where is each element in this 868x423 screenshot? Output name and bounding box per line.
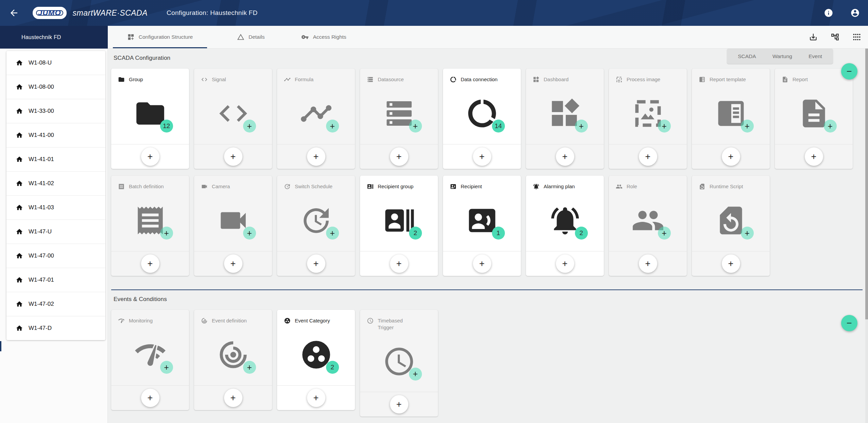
card-monitoring[interactable]: Monitoring++ bbox=[111, 310, 189, 410]
card-signal[interactable]: Signal++ bbox=[194, 69, 272, 169]
add-badge[interactable]: + bbox=[243, 120, 256, 133]
card-formula[interactable]: Formula++ bbox=[277, 69, 355, 169]
add-button[interactable]: + bbox=[307, 254, 325, 273]
download-icon[interactable] bbox=[809, 33, 818, 41]
view-option-wartung[interactable]: Wartung bbox=[770, 53, 794, 59]
sidebar-item-w1-47-00[interactable]: W1-47-00 bbox=[6, 244, 105, 268]
add-badge[interactable]: + bbox=[824, 120, 837, 133]
add-button[interactable]: + bbox=[556, 254, 574, 273]
sidebar-item-w1-41-02[interactable]: W1-41-02 bbox=[6, 172, 105, 196]
sidebar-item-w1-08-u[interactable]: W1-08-U bbox=[6, 51, 105, 75]
apps-grid-icon[interactable] bbox=[852, 33, 861, 41]
card-header: Group bbox=[111, 69, 189, 83]
add-button[interactable]: + bbox=[722, 254, 740, 273]
sidebar-item-w1-41-03[interactable]: W1-41-03 bbox=[6, 196, 105, 220]
card-batch-definition[interactable]: Batch definition++ bbox=[111, 176, 189, 276]
add-button[interactable]: + bbox=[307, 147, 325, 166]
add-badge[interactable]: + bbox=[658, 227, 671, 240]
add-button[interactable]: + bbox=[390, 395, 408, 413]
sidebar-item-w1-08-00[interactable]: W1-08-00 bbox=[6, 75, 105, 99]
tab-configuration-structure[interactable]: Configuration Structure bbox=[113, 26, 207, 48]
add-badge[interactable]: + bbox=[160, 227, 173, 240]
tab-access-rights[interactable]: Access Rights bbox=[291, 26, 356, 48]
card-timebased-trigger[interactable]: Timebased Trigger++ bbox=[360, 310, 438, 417]
add-badge[interactable]: + bbox=[575, 120, 588, 133]
back-arrow-icon[interactable] bbox=[9, 8, 19, 18]
add-button[interactable]: + bbox=[307, 389, 325, 407]
view-option-scada[interactable]: SCADA bbox=[736, 53, 758, 59]
add-button[interactable]: + bbox=[141, 389, 159, 407]
sidebar-item-w1-47-02[interactable]: W1-47-02 bbox=[6, 292, 105, 316]
add-badge[interactable]: + bbox=[741, 227, 754, 240]
role-icon bbox=[616, 183, 623, 190]
add-button[interactable]: + bbox=[224, 147, 242, 166]
view-option-event[interactable]: Event bbox=[806, 53, 824, 59]
add-badge[interactable]: + bbox=[326, 227, 339, 240]
card-datasource[interactable]: Datasource++ bbox=[360, 69, 438, 169]
card-footer: + bbox=[111, 144, 189, 169]
card-report[interactable]: Report++ bbox=[775, 69, 853, 169]
card-header: Signal bbox=[194, 69, 272, 83]
sidebar-item-w1-41-01[interactable]: W1-41-01 bbox=[6, 147, 105, 172]
card-role[interactable]: Role++ bbox=[609, 176, 687, 276]
card-runtime-script[interactable]: Runtime Script++ bbox=[692, 176, 770, 276]
add-button[interactable]: + bbox=[390, 254, 408, 273]
add-badge[interactable]: + bbox=[409, 368, 422, 381]
switch-schedule-icon bbox=[284, 183, 291, 190]
code-icon bbox=[201, 76, 208, 83]
add-button[interactable]: + bbox=[639, 254, 657, 273]
add-badge[interactable]: + bbox=[409, 120, 422, 133]
card-process-image[interactable]: Process image++ bbox=[609, 69, 687, 169]
card-label: Recipient bbox=[461, 183, 482, 190]
sidebar-item-w1-47-d[interactable]: W1-47-D bbox=[6, 316, 105, 340]
add-button[interactable]: + bbox=[141, 254, 159, 273]
jumo-logo-text: JUMO bbox=[38, 8, 61, 17]
card-alarming-plan[interactable]: Alarming plan2+ bbox=[526, 176, 604, 276]
card-recipient[interactable]: Recipient1+ bbox=[443, 176, 521, 276]
add-button[interactable]: + bbox=[473, 147, 491, 166]
card-header: Data connection bbox=[443, 69, 521, 83]
card-event-category[interactable]: Event Category2+ bbox=[277, 310, 355, 410]
home-icon bbox=[16, 252, 23, 260]
add-badge[interactable]: + bbox=[741, 120, 754, 133]
card-switch-schedule[interactable]: Switch Schedule++ bbox=[277, 176, 355, 276]
card-group[interactable]: Group12+ bbox=[111, 69, 189, 169]
left-scroll-indicator[interactable] bbox=[0, 341, 1, 351]
add-button[interactable]: + bbox=[224, 254, 242, 273]
sidebar-item-w1-41-00[interactable]: W1-41-00 bbox=[6, 123, 105, 147]
add-button[interactable]: + bbox=[805, 147, 823, 166]
add-badge[interactable]: + bbox=[160, 361, 173, 374]
tab-details[interactable]: Details bbox=[227, 26, 275, 48]
collapse-section-button[interactable]: − bbox=[841, 315, 857, 331]
card-recipient-group[interactable]: Recipient group2+ bbox=[360, 176, 438, 276]
card-data-connection[interactable]: Data connection14+ bbox=[443, 69, 521, 169]
sidebar-item-w1-47-u[interactable]: W1-47-U bbox=[6, 220, 105, 244]
add-button[interactable]: + bbox=[639, 147, 657, 166]
add-button[interactable]: + bbox=[224, 389, 242, 407]
batch-icon bbox=[118, 183, 125, 190]
sidebar-item-w1-33-00[interactable]: W1-33-00 bbox=[6, 99, 105, 123]
scrollbar-thumb[interactable] bbox=[865, 49, 868, 319]
card-report-template[interactable]: Report template++ bbox=[692, 69, 770, 169]
sidebar-item-w1-47-01[interactable]: W1-47-01 bbox=[6, 268, 105, 292]
tree-icon[interactable] bbox=[831, 33, 839, 41]
camera-icon bbox=[201, 183, 208, 190]
add-button[interactable]: + bbox=[473, 254, 491, 273]
card-dashboard[interactable]: Dashboard++ bbox=[526, 69, 604, 169]
sidebar-item-label: W1-47-00 bbox=[29, 252, 54, 259]
add-button[interactable]: + bbox=[141, 147, 159, 166]
add-button[interactable]: + bbox=[556, 147, 574, 166]
add-button[interactable]: + bbox=[722, 147, 740, 166]
add-badge[interactable]: + bbox=[243, 361, 256, 374]
collapse-section-button[interactable]: − bbox=[841, 63, 857, 80]
add-badge[interactable]: + bbox=[326, 120, 339, 133]
add-badge[interactable]: + bbox=[243, 227, 256, 240]
card-event-definition[interactable]: Event definition++ bbox=[194, 310, 272, 410]
info-icon[interactable] bbox=[824, 8, 833, 18]
card-camera[interactable]: Camera++ bbox=[194, 176, 272, 276]
add-badge[interactable]: + bbox=[658, 120, 671, 133]
add-button[interactable]: + bbox=[390, 147, 408, 166]
scrollbar-track[interactable] bbox=[865, 49, 868, 423]
account-icon[interactable] bbox=[850, 8, 860, 18]
card-header: Report template bbox=[692, 69, 770, 83]
